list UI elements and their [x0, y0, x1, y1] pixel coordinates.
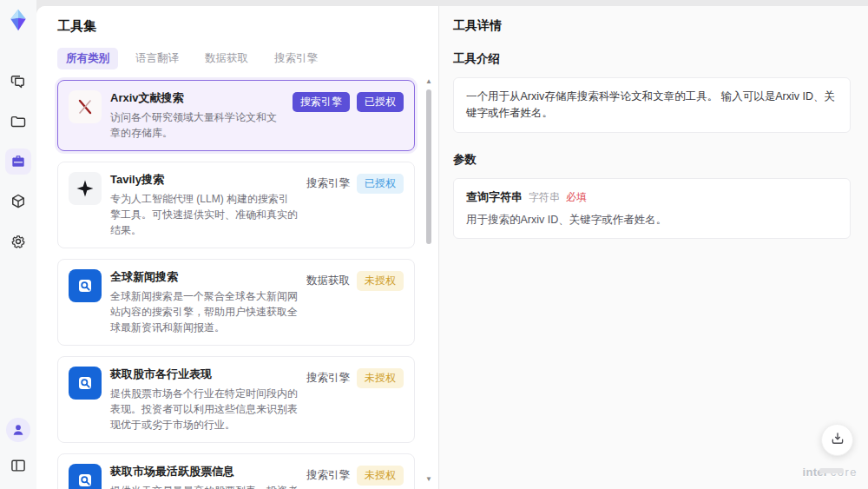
- tool-description: 访问各个研究领域大量科学论文和文章的存储库。: [110, 109, 284, 141]
- tab-category-0[interactable]: 所有类别: [57, 48, 118, 69]
- tool-category-tag: 搜索引擎: [293, 92, 350, 112]
- parameter-name: 查询字符串: [466, 189, 523, 205]
- toolbox-icon: [10, 153, 27, 170]
- params-heading: 参数: [453, 152, 851, 168]
- tab-category-1[interactable]: 语言翻译: [127, 48, 187, 69]
- tool-auth-badge: 已授权: [357, 92, 404, 112]
- tool-title: Arxiv文献搜索: [110, 90, 284, 106]
- stock-search-icon: [69, 464, 102, 489]
- parameter-card: 查询字符串 字符串 必填 用于搜索的Arxiv ID、关键字或作者姓名。: [453, 178, 851, 239]
- sidebar-nav: [5, 69, 31, 254]
- stock-search-icon: [69, 367, 102, 400]
- sidebar-item-chat[interactable]: [5, 69, 31, 95]
- intel-ultra-mark: [819, 468, 844, 473]
- sidebar-item-panel-toggle[interactable]: [5, 453, 31, 479]
- scroll-down-icon[interactable]: ▼: [424, 475, 433, 484]
- tool-category-tag: 搜索引擎: [306, 176, 350, 191]
- content-area: 工具集 所有类别语言翻译数据获取搜索引擎 Arxiv文献搜索 访问各个研究领域大…: [36, 6, 868, 489]
- tool-category-tag: 数据获取: [306, 274, 350, 288]
- tool-card[interactable]: Tavily搜索 专为人工智能代理 (LLM) 构建的搜索引擎工具。可快速提供实…: [57, 162, 415, 248]
- cube-icon: [10, 193, 27, 210]
- sidebar-item-gear[interactable]: [5, 228, 31, 254]
- download-icon: [830, 431, 845, 449]
- tool-auth-badge: 未授权: [357, 368, 404, 388]
- sidebar-item-folder[interactable]: [5, 109, 31, 135]
- tool-description: 全球新闻搜索是一个聚合全球各大新闻网站内容的搜索引擎，帮助用户快速获取全球最新资…: [110, 288, 298, 335]
- intel-core-logo: intel core: [803, 466, 858, 479]
- parameter-header: 查询字符串 字符串 必填: [466, 189, 838, 205]
- tool-title: Tavily搜索: [110, 172, 298, 188]
- category-tabs: 所有类别语言翻译数据获取搜索引擎: [57, 48, 438, 69]
- app-logo-icon[interactable]: [6, 8, 30, 32]
- gear-icon: [10, 233, 27, 250]
- tool-title: 全球新闻搜索: [110, 269, 298, 285]
- sidebar-item-toolbox[interactable]: [5, 149, 31, 175]
- arxiv-logo-icon: [69, 90, 102, 123]
- tool-description: 专为人工智能代理 (LLM) 构建的搜索引擎工具。可快速提供实时、准确和真实的结…: [110, 191, 298, 238]
- panel-toggle-icon: [10, 457, 27, 474]
- tool-card[interactable]: Arxiv文献搜索 访问各个研究领域大量科学论文和文章的存储库。 搜索引擎 已授…: [57, 80, 415, 151]
- tool-card[interactable]: 获取市场最活跃股票信息 提供当天交易量最高的股票列表。投资者可以利用这些信息来识…: [57, 453, 415, 489]
- scrollbar-thumb[interactable]: [426, 89, 431, 244]
- tool-list: Arxiv文献搜索 访问各个研究领域大量科学论文和文章的存储库。 搜索引擎 已授…: [57, 80, 415, 489]
- tab-category-2[interactable]: 数据获取: [196, 48, 257, 69]
- user-icon: [10, 421, 27, 439]
- list-scrollbar[interactable]: ▲ ▼: [424, 77, 433, 484]
- tool-auth-badge: 未授权: [357, 466, 404, 486]
- tool-card[interactable]: 获取股市各行业表现 提供股票市场各个行业在特定时间段内的表现。投资者可以利用这些…: [57, 356, 415, 443]
- tools-panel: 工具集 所有类别语言翻译数据获取搜索引擎 Arxiv文献搜索 访问各个研究领域大…: [36, 6, 438, 489]
- tool-card[interactable]: 全球新闻搜索 全球新闻搜索是一个聚合全球各大新闻网站内容的搜索引擎，帮助用户快速…: [57, 259, 415, 346]
- parameter-type: 字符串: [529, 190, 560, 205]
- parameter-required-label: 必填: [566, 190, 587, 205]
- sidebar-bottom: [0, 418, 36, 479]
- page-title: 工具集: [57, 18, 438, 35]
- tool-category-tag: 搜索引擎: [306, 371, 350, 386]
- tool-category-tag: 搜索引擎: [306, 468, 350, 483]
- sidebar: [0, 0, 36, 489]
- tool-description: 提供当天交易量最高的股票列表。投资者可以利用这些信息来识别流动性强的股票和潜在的…: [110, 483, 298, 489]
- folder-icon: [10, 113, 27, 130]
- tool-title: 获取市场最活跃股票信息: [110, 464, 298, 479]
- app-window: 工具集 所有类别语言翻译数据获取搜索引擎 Arxiv文献搜索 访问各个研究领域大…: [0, 0, 868, 489]
- sidebar-item-user[interactable]: [6, 418, 30, 442]
- tool-description: 提供股票市场各个行业在特定时间段内的表现。投资者可以利用这些信息来识别表现优于或…: [110, 386, 298, 433]
- parameter-description: 用于搜索的Arxiv ID、关键字或作者姓名。: [466, 213, 838, 228]
- intro-heading: 工具介绍: [453, 51, 851, 67]
- news-search-icon: [69, 269, 102, 302]
- tool-intro-text: 一个用于从Arxiv存储库搜索科学论文和文章的工具。 输入可以是Arxiv ID…: [453, 77, 851, 133]
- tab-category-3[interactable]: 搜索引擎: [266, 48, 326, 69]
- download-button[interactable]: [821, 424, 853, 456]
- chat-icon: [10, 73, 27, 90]
- sidebar-item-cube[interactable]: [5, 188, 31, 215]
- tool-title: 获取股市各行业表现: [110, 367, 298, 382]
- tool-auth-badge: 未授权: [357, 271, 404, 291]
- tool-auth-badge: 已授权: [357, 174, 404, 194]
- scroll-up-icon[interactable]: ▲: [424, 77, 433, 86]
- tavily-star-icon: [69, 172, 102, 205]
- tool-details-panel: 工具详情 工具介绍 一个用于从Arxiv存储库搜索科学论文和文章的工具。 输入可…: [438, 6, 868, 489]
- details-title: 工具详情: [453, 18, 851, 34]
